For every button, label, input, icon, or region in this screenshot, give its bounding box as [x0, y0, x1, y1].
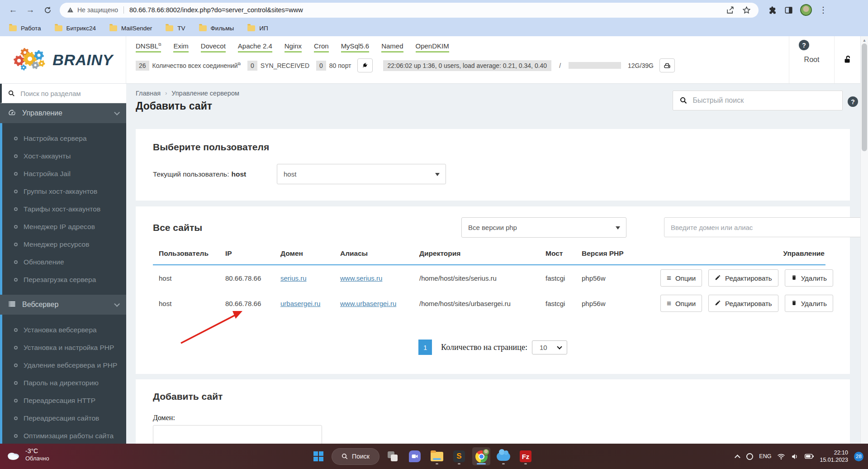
sidebar-item[interactable]: Хост-аккаунты: [2, 147, 126, 165]
alias-link[interactable]: www.urbasergei.ru: [340, 300, 396, 307]
sublime-text-button[interactable]: S: [450, 447, 468, 465]
domain-link[interactable]: urbasergei.ru: [280, 300, 320, 307]
sidebar-item[interactable]: Установка вебсервера: [2, 321, 126, 339]
sidebar-item[interactable]: Группы хост-аккаунтов: [2, 182, 126, 200]
sidebar-search[interactable]: [0, 84, 126, 103]
disk-icon-button[interactable]: [659, 58, 675, 72]
filezilla-button[interactable]: Fz: [517, 447, 535, 465]
sidebar-item[interactable]: Установка и настройка PHP: [2, 339, 126, 356]
sidebar-item[interactable]: Обновление: [2, 253, 126, 271]
user-select[interactable]: host: [277, 164, 446, 184]
bookmark-folder[interactable]: Работа: [9, 25, 41, 32]
breadcrumb-home[interactable]: Главная: [136, 90, 161, 97]
unlock-icon[interactable]: [834, 36, 860, 83]
file-explorer-button[interactable]: [428, 447, 446, 465]
start-button[interactable]: [309, 447, 327, 465]
bookmark-star-icon[interactable]: [741, 5, 751, 15]
share-icon[interactable]: [725, 5, 735, 15]
sidebar-item[interactable]: Тарифы хост-аккаунтов: [2, 200, 126, 218]
chrome-button[interactable]: [472, 447, 490, 465]
quick-search-input[interactable]: [693, 96, 835, 105]
sidebar-item[interactable]: Перезагрузка сервера: [2, 271, 126, 288]
url-text[interactable]: 80.66.78.66:8002/index.php?do=server_con…: [129, 6, 719, 14]
service-link[interactable]: MySql5.6: [341, 42, 370, 53]
sidebar-section-management[interactable]: Управление: [0, 103, 126, 123]
options-button[interactable]: ≡Опции: [660, 295, 702, 312]
bookmark-folder[interactable]: MailSender: [109, 25, 152, 32]
hidden-icons-chevron[interactable]: [735, 455, 740, 460]
service-link[interactable]: Nginx: [285, 42, 302, 53]
edit-button[interactable]: Редактировать: [708, 269, 778, 287]
reload-icon[interactable]: [41, 3, 54, 17]
sidebar-item[interactable]: Оптимизация работы сайта: [2, 427, 126, 444]
service-link[interactable]: Named: [381, 42, 403, 53]
domain-link[interactable]: serius.ru: [280, 274, 307, 282]
sidebar-item[interactable]: Пароль на директорию: [2, 374, 126, 392]
taskbar-search[interactable]: Поиск: [332, 448, 379, 465]
edit-button[interactable]: Редактировать: [708, 295, 778, 312]
scroll-up-icon[interactable]: ▲: [861, 36, 868, 43]
profile-avatar[interactable]: [800, 4, 812, 16]
service-link[interactable]: Exim: [173, 42, 188, 53]
security-indicator[interactable]: Не защищено: [67, 6, 118, 14]
sidebar-item[interactable]: Менеджер ресурсов: [2, 235, 126, 253]
weather-widget[interactable]: -3°C Облачно: [5, 447, 49, 463]
forward-icon[interactable]: →: [24, 3, 37, 17]
delete-button[interactable]: Удалить: [785, 269, 833, 287]
trash-icon: [791, 274, 797, 282]
brainy-logo[interactable]: BRAINY: [0, 36, 126, 83]
domain-filter-input[interactable]: [664, 217, 868, 237]
side-panel-icon[interactable]: [784, 6, 793, 14]
sidebar-search-input[interactable]: [20, 90, 120, 97]
service-link[interactable]: Dovecot: [201, 42, 226, 53]
php-version-select[interactable]: Все версии php: [461, 217, 626, 238]
account-name[interactable]: Root: [789, 36, 834, 83]
sidebar-section-webserver[interactable]: Вебсервер: [0, 295, 126, 315]
header-help-icon[interactable]: ?: [799, 40, 809, 50]
new-domain-input[interactable]: [153, 425, 322, 444]
address-bar[interactable]: Не защищено 80.66.78.66:8002/index.php?d…: [60, 3, 759, 18]
page-scrollbar[interactable]: ▲: [860, 36, 868, 444]
plug-icon-button[interactable]: [357, 58, 373, 72]
language-indicator[interactable]: ENG: [759, 453, 771, 459]
extensions-icon[interactable]: [768, 6, 777, 14]
back-icon[interactable]: ←: [6, 3, 20, 17]
folder-icon: [109, 25, 117, 31]
sidebar-item[interactable]: Настройка сервера: [2, 129, 126, 147]
chat-button[interactable]: [406, 447, 424, 465]
per-page-select[interactable]: 10: [532, 340, 567, 354]
bullet-icon: [14, 225, 18, 229]
wifi-icon[interactable]: [777, 453, 785, 460]
sidebar-item[interactable]: Переадресация сайтов: [2, 409, 126, 427]
quick-search[interactable]: [673, 91, 843, 110]
bookmark-folder[interactable]: ИП: [247, 25, 268, 32]
sidebar-item[interactable]: Удаление вебсервера и PHP: [2, 356, 126, 374]
menu-bars-icon: ≡: [667, 300, 671, 307]
volume-icon[interactable]: [791, 453, 799, 460]
notification-badge[interactable]: 28: [854, 452, 863, 461]
sidebar-item[interactable]: Настройка Jail: [2, 165, 126, 182]
task-view-button[interactable]: [384, 447, 402, 465]
options-button[interactable]: ≡Опции: [660, 269, 702, 287]
cell-ip: 80.66.78.66: [225, 300, 280, 307]
scrollbar-thumb[interactable]: [862, 43, 867, 151]
battery-icon[interactable]: [805, 454, 814, 459]
bookmark-folder[interactable]: Фильмы: [199, 25, 234, 32]
service-link[interactable]: Cron: [314, 42, 329, 53]
cloud-app-button[interactable]: [494, 447, 512, 465]
service-link[interactable]: Apache 2.4: [238, 42, 272, 53]
tray-status-icon[interactable]: [746, 453, 753, 460]
service-link[interactable]: DNSBL⧉: [136, 42, 161, 53]
alias-link[interactable]: www.serius.ru: [340, 274, 382, 282]
page-help-icon[interactable]: ?: [848, 96, 858, 107]
sidebar-item[interactable]: Менеджер IP адресов: [2, 218, 126, 235]
connections-link[interactable]: Количество всех соединений⧉: [152, 62, 241, 69]
service-link[interactable]: OpenDKIM: [416, 42, 449, 53]
bookmark-folder[interactable]: Битрикс24: [55, 25, 96, 32]
sidebar-item[interactable]: Переадресация HTTP: [2, 392, 126, 409]
delete-button[interactable]: Удалить: [785, 295, 833, 312]
clock[interactable]: 22:10 15.01.2023: [820, 449, 848, 464]
page-number-button[interactable]: 1: [418, 340, 432, 355]
menu-dots-icon[interactable]: ⋮: [819, 5, 827, 15]
bookmark-folder[interactable]: TV: [166, 25, 185, 32]
